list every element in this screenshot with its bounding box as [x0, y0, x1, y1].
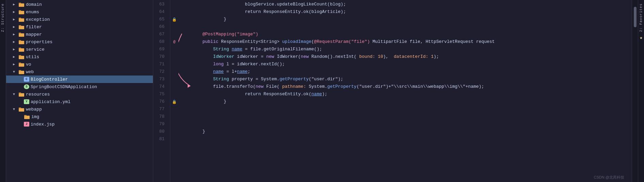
code-content[interactable]: blogService.updateBlogLikeCount(blog); r… [178, 0, 632, 182]
token: public [202, 38, 218, 46]
token: uploadImage [282, 38, 311, 46]
tree-arrow: ▼ [13, 107, 18, 111]
code-line-72: name = l+name; [181, 68, 632, 76]
gutter-row-78 [170, 113, 178, 120]
tree-item-resources[interactable]: ▼ resources [6, 90, 153, 98]
token: getProperty [327, 83, 357, 90]
code-line-66 [181, 23, 632, 31]
tree-item-mapper[interactable]: ▶ mapper [6, 31, 153, 38]
line-number-73: 73 [153, 76, 167, 83]
tree-item-service[interactable]: ▶ service [6, 46, 153, 53]
tree-item-BlogController[interactable]: CBlogController [6, 76, 153, 83]
right-scrollbar[interactable] [632, 0, 638, 182]
token: name [232, 46, 242, 53]
line-number-69: 69 [153, 46, 167, 53]
svg-rect-8 [19, 33, 24, 37]
line-number-76: 76 [153, 98, 167, 105]
gutter-row-71 [170, 61, 178, 68]
tree-item-label: web [26, 69, 34, 75]
tree-arrow: ▼ [13, 93, 18, 96]
tree-item-vo[interactable]: ▶ vo [6, 61, 153, 68]
line-number-75: 75 [153, 90, 167, 98]
spring-icon: S [24, 84, 29, 89]
gutter-row-81 [170, 135, 178, 143]
code-line-76: } [181, 98, 632, 105]
token: ); [434, 53, 439, 61]
token: String [213, 76, 229, 83]
token: new [255, 83, 263, 90]
tree-item-enums[interactable]: ▶ enums [6, 8, 153, 16]
folder-icon [18, 39, 25, 44]
code-line-68: public ResponseEntity<String> uploadImag… [181, 38, 632, 46]
tree-item-label: filter [26, 24, 42, 30]
tree-item-domain[interactable]: ▶ domain [6, 1, 153, 8]
tree-arrow: ▶ [13, 10, 18, 14]
code-line-80: } [181, 128, 632, 135]
folder-icon [18, 62, 25, 67]
tree-item-application.yml[interactable]: Yapplication.yml [6, 98, 153, 105]
tree-arrow: ▶ [13, 62, 18, 66]
folder-icon [18, 17, 25, 22]
tree-arrow: ▼ [13, 70, 18, 74]
tree-item-properties[interactable]: ▶ properties [6, 38, 153, 46]
token: l = idWorker.nextId(); [224, 61, 285, 68]
tree-item-index.jsp[interactable]: Jindex.jsp [6, 120, 153, 128]
svg-rect-15 [19, 55, 21, 56]
gutter-row-74 [170, 83, 178, 90]
gutter-row-75 [170, 90, 178, 98]
gutter-row-68: @ [170, 38, 178, 46]
folder-icon [18, 54, 25, 59]
tree-item-utils[interactable]: ▶ utils [6, 53, 153, 61]
gutter-row-76: 🔒 [170, 98, 178, 105]
token: ("user.dir")+"\\src\\main\\webapp\\img\\… [357, 83, 484, 90]
z-structure-tab[interactable]: Z: Structure [0, 0, 6, 182]
svg-rect-2 [19, 11, 24, 14]
tree-item-label: enums [26, 10, 39, 15]
tree-item-webapp[interactable]: ▼ webapp [6, 105, 153, 113]
svg-rect-3 [19, 10, 21, 11]
tree-item-filter[interactable]: ▶ filter [6, 23, 153, 31]
token: ( [311, 38, 314, 46]
editor-area: 63646566676869707172737475767778798081 🔒… [153, 0, 638, 182]
token [428, 53, 431, 61]
line-number-81: 81 [153, 135, 167, 143]
gutter-row-77 [170, 105, 178, 113]
code-line-81 [181, 135, 632, 143]
tree-item-SpringBootCSDNApplication[interactable]: SSpringBootCSDNApplication [6, 83, 153, 90]
svg-rect-6 [19, 26, 24, 29]
token: 1 [431, 53, 434, 61]
gutter-icons: 🔒@🔒 [170, 0, 178, 182]
token: getProperty [280, 76, 309, 83]
yaml-icon: Y [24, 99, 29, 104]
gutter-row-72 [170, 68, 178, 76]
favorites-star-icon[interactable]: ★ [640, 35, 642, 40]
line-number-72: 72 [153, 68, 167, 76]
class-icon: C [24, 77, 29, 82]
code-line-70: IdWorker idWorker = new IdWorker(new Ran… [181, 53, 632, 61]
file-tree: ▶ domain▶ enums▶ exception▶ filter▶ [6, 0, 153, 182]
token: new [266, 53, 274, 61]
line-number-80: 80 [153, 128, 167, 135]
gutter-row-73 [170, 76, 178, 83]
jsp-icon: J [24, 122, 29, 127]
gutter-row-70 [170, 53, 178, 61]
folder-icon [18, 24, 25, 29]
tree-item-web[interactable]: ▼ web [6, 68, 153, 76]
svg-rect-23 [19, 107, 21, 109]
svg-rect-0 [19, 3, 24, 7]
code-line-78 [181, 113, 632, 120]
svg-rect-13 [19, 48, 21, 49]
svg-rect-5 [19, 18, 21, 19]
token: File( [264, 83, 282, 90]
favorites-tab[interactable]: 2: Favorites ★ [638, 0, 644, 182]
code-line-65: } [181, 16, 632, 23]
tree-item-img[interactable]: img [6, 113, 153, 120]
scrollbar-thumb[interactable] [634, 7, 637, 27]
tree-item-label: webapp [26, 107, 42, 112]
folder-icon [18, 92, 25, 97]
tree-item-exception[interactable]: ▶ exception [6, 16, 153, 23]
token: ResponseEntity<String> [218, 38, 282, 46]
svg-rect-7 [19, 25, 21, 26]
code-line-73: String property = System.getProperty("us… [181, 76, 632, 83]
tree-item-label: vo [26, 62, 31, 67]
